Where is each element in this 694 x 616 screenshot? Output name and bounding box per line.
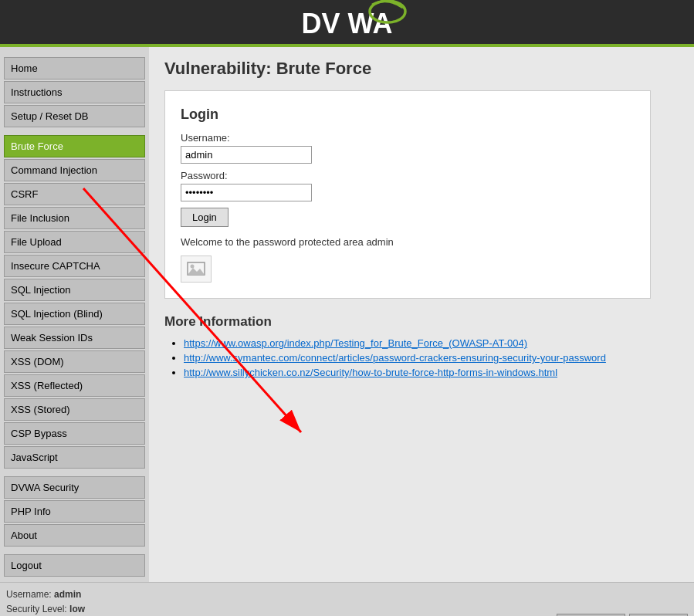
sidebar-item-xss-reflected[interactable]: XSS (Reflected)	[4, 374, 145, 397]
sidebar-item-xss-dom[interactable]: XSS (DOM)	[4, 350, 145, 373]
footer-right: View Source View Help	[557, 614, 688, 616]
footer-username-value: admin	[54, 589, 81, 600]
sidebar-item-dvwa-security[interactable]: DVWA Security	[4, 476, 145, 499]
login-button[interactable]: Login	[181, 208, 229, 227]
more-info-link-1[interactable]: https://www.owasp.org/index.php/Testing_…	[184, 337, 527, 349]
username-label: Username:	[181, 132, 635, 144]
logo: DV WA	[301, 8, 392, 40]
sidebar-item-weak-session-ids[interactable]: Weak Session IDs	[4, 327, 145, 349]
sidebar-item-javascript[interactable]: JavaScript	[4, 446, 145, 469]
footer-username-label: Username:	[6, 589, 52, 600]
sidebar-item-command-injection[interactable]: Command Injection	[4, 159, 145, 181]
password-input[interactable]	[181, 184, 312, 201]
username-input[interactable]	[181, 146, 312, 164]
footer: Username: admin Security Level: low PHPI…	[0, 582, 694, 616]
sidebar-item-sql-injection[interactable]: SQL Injection	[4, 279, 145, 301]
sidebar-item-csp-bypass[interactable]: CSP Bypass	[4, 422, 145, 445]
view-help-button[interactable]: View Help	[629, 614, 688, 616]
sidebar-item-php-info[interactable]: PHP Info	[4, 500, 145, 523]
sidebar-item-logout[interactable]: Logout	[4, 554, 145, 577]
list-item: https://www.owasp.org/index.php/Testing_…	[184, 337, 679, 349]
logo-text: DV WA	[301, 8, 392, 40]
password-label: Password:	[181, 170, 635, 181]
image-placeholder	[181, 256, 212, 283]
sidebar-item-setup[interactable]: Setup / Reset DB	[4, 105, 145, 127]
page-title: Vulnerability: Brute Force	[164, 59, 679, 79]
sidebar-item-about[interactable]: About	[4, 524, 145, 547]
sidebar-item-brute-force[interactable]: Brute Force	[4, 135, 145, 157]
sidebar-item-file-upload[interactable]: File Upload	[4, 231, 145, 253]
sidebar-item-xss-stored[interactable]: XSS (Stored)	[4, 398, 145, 421]
sidebar-item-file-inclusion[interactable]: File Inclusion	[4, 207, 145, 229]
header: DV WA	[0, 0, 694, 47]
footer-security-label: Security Level:	[6, 604, 67, 614]
list-item: http://www.symantec.com/connect/articles…	[184, 352, 679, 364]
sidebar-item-csrf[interactable]: CSRF	[4, 183, 145, 205]
view-source-button[interactable]: View Source	[557, 614, 625, 616]
footer-left: Username: admin Security Level: low PHPI…	[6, 587, 85, 616]
sidebar-item-sql-injection-blind[interactable]: SQL Injection (Blind)	[4, 303, 145, 325]
more-info-list: https://www.owasp.org/index.php/Testing_…	[164, 337, 679, 378]
more-info-link-3[interactable]: http://www.sillychicken.co.nz/Security/h…	[184, 367, 557, 378]
login-box: Login Username: Password: Login Welcome …	[164, 90, 651, 299]
welcome-message: Welcome to the password protected area a…	[181, 236, 635, 248]
login-title: Login	[181, 107, 635, 123]
main-content: Vulnerability: Brute Force Login Usernam…	[149, 47, 694, 582]
more-info-title: More Information	[164, 314, 679, 330]
sidebar: Home Instructions Setup / Reset DB Brute…	[0, 47, 149, 582]
footer-security-value: low	[69, 604, 85, 614]
sidebar-item-insecure-captcha[interactable]: Insecure CAPTCHA	[4, 255, 145, 277]
sidebar-item-home[interactable]: Home	[4, 57, 145, 80]
sidebar-item-instructions[interactable]: Instructions	[4, 81, 145, 103]
more-info-section: More Information https://www.owasp.org/i…	[164, 314, 679, 378]
more-info-link-2[interactable]: http://www.symantec.com/connect/articles…	[184, 352, 606, 364]
list-item: http://www.sillychicken.co.nz/Security/h…	[184, 367, 679, 378]
svg-point-3	[191, 264, 195, 268]
svg-marker-2	[188, 268, 205, 275]
